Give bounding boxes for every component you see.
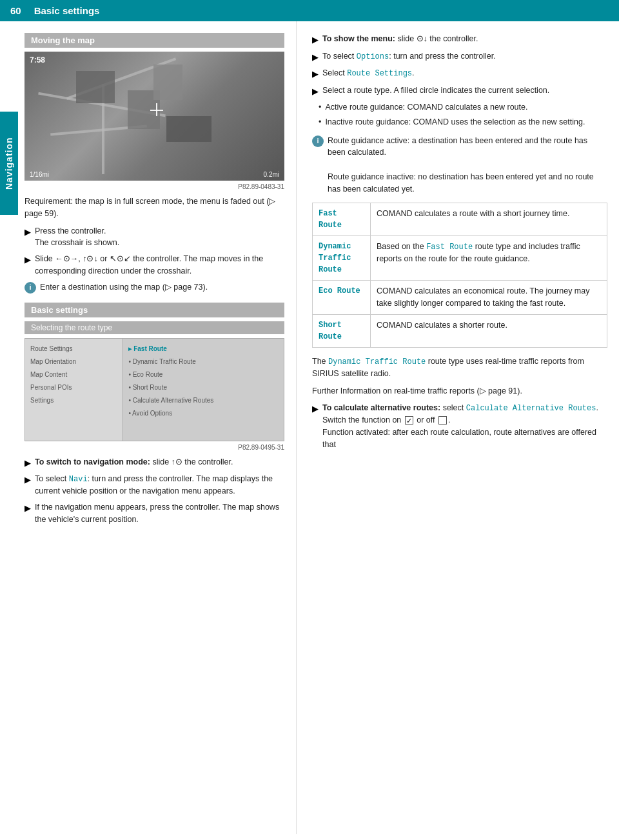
arrow-icon-8: ▶ <box>312 68 319 81</box>
arrow-icon-4: ▶ <box>25 474 31 486</box>
bullet-text-nav-menu: If the navigation menu appears, press th… <box>35 501 284 526</box>
menu-personal-pois: Personal POIs <box>28 381 120 394</box>
info-item-route-guidance: i Route guidance active: a destination h… <box>312 135 607 195</box>
bullet-select-navi: ▶ To select Navi: turn and press the con… <box>25 473 284 497</box>
menu-short-route: Short Route <box>126 381 281 394</box>
bullet-text-route-type: Select a route type. A filled circle ind… <box>322 85 549 97</box>
map-scale-left: 1/16mi <box>30 171 49 178</box>
bullet-text-select-navi: To select Navi: turn and press the contr… <box>35 473 284 497</box>
sub-section-header-route: Selecting the route type <box>25 321 284 334</box>
menu-map-content: Map Content <box>28 368 120 381</box>
bullet-text-2: Slide ←⊙→, ↑⊙↓ or ↖⊙↙ the controller. Th… <box>35 253 284 277</box>
menu-dynamic-traffic: Dynamic Traffic Route <box>126 355 281 368</box>
menu-map-orientation: Map Orientation <box>28 355 120 368</box>
menu-settings: Settings <box>28 394 120 407</box>
bullet-text-route-settings: Select Route Settings. <box>322 67 415 79</box>
sub-bullet-text-inactive: Inactive route guidance: COMAND uses the… <box>325 116 585 128</box>
screenshot-reference: P82.89-0495-31 <box>25 444 284 451</box>
table-cell-fast-desc: COMAND calculates a route with a short j… <box>371 203 607 236</box>
table-cell-short-label: ShortRoute <box>313 314 371 347</box>
section-header-basic: Basic settings <box>25 303 284 317</box>
bullet-show-menu: ▶ To show the menu: slide ⊙↓ the control… <box>312 33 607 46</box>
bullet-press-controller: ▶ Press the controller.The crosshair is … <box>25 225 284 250</box>
arrow-icon-3: ▶ <box>25 457 31 470</box>
sub-bullet-inactive: • Inactive route guidance: COMAND uses t… <box>312 116 607 128</box>
map-reference: P82.89-0483-31 <box>25 183 284 190</box>
bullet-slide: ▶ Slide ←⊙→, ↑⊙↓ or ↖⊙↙ the controller. … <box>25 253 284 277</box>
arrow-icon-7: ▶ <box>312 51 319 64</box>
checkbox-on <box>405 416 413 425</box>
table-row-eco: Eco Route COMAND calculates an economica… <box>313 281 607 315</box>
section2-container: Basic settings Selecting the route type … <box>25 303 284 526</box>
bullet-calc-alt-routes: ▶ To calculate alternative routes: selec… <box>312 402 607 450</box>
section-header-moving-map: Moving the map <box>25 33 284 48</box>
menu-route-settings: Route Settings <box>28 343 120 355</box>
route-type-table: FastRoute COMAND calculates a route with… <box>312 203 607 348</box>
dynamic-traffic-description: The Dynamic Traffic Route route type use… <box>312 355 607 380</box>
bullet-text-switch-nav: To switch to navigation mode: slide ↑⊙ t… <box>35 456 233 468</box>
table-row-fast: FastRoute COMAND calculates a route with… <box>313 203 607 236</box>
table-cell-dynamic-label: DynamicTrafficRoute <box>313 236 371 281</box>
left-column: Moving the map 7:58 1/16mi 0.2mi P <box>0 21 297 834</box>
menu-fast-route: Fast Route <box>126 343 281 355</box>
table-cell-fast-label: FastRoute <box>313 203 371 236</box>
table-cell-short-desc: COMAND calculates a shorter route. <box>371 314 607 347</box>
arrow-icon-5: ▶ <box>25 502 31 515</box>
arrow-icon-1: ▶ <box>25 226 31 239</box>
page-number: 60 <box>10 5 21 16</box>
screenshot-left-menu: Route Settings Map Orientation Map Conte… <box>25 339 123 441</box>
screenshot-right-menu: Fast Route Dynamic Traffic Route Eco Rou… <box>123 339 284 441</box>
sub-dot-2: • <box>319 116 321 128</box>
requirement-text: Requirement: the map is in full screen m… <box>25 195 284 220</box>
side-tab: Navigation <box>0 112 18 215</box>
arrow-icon-2: ▶ <box>25 254 31 266</box>
bullet-nav-menu-appears: ▶ If the navigation menu appears, press … <box>25 501 284 526</box>
bullet-text-options: To select Options: turn and press the co… <box>322 50 496 63</box>
bullet-text-1: Press the controller.The crosshair is sh… <box>35 225 119 250</box>
arrow-icon-10: ▶ <box>312 403 319 415</box>
map-scale-right: 0.2mi <box>264 171 279 178</box>
arrow-icon-9: ▶ <box>312 85 319 98</box>
main-container: Navigation Moving the map 7:58 1/16mi <box>0 21 619 834</box>
screenshot-route-type: Route Settings Map Orientation Map Conte… <box>25 338 284 441</box>
page-title: Basic settings <box>34 5 100 16</box>
menu-eco-route: Eco Route <box>126 368 281 381</box>
info-text-route-guidance: Route guidance active: a destination has… <box>328 135 607 195</box>
header-bar: 60 Basic settings <box>0 0 619 21</box>
sub-bullet-active: • Active route guidance: COMAND calculat… <box>312 101 607 114</box>
sub-bullet-text-active: Active route guidance: COMAND calculates… <box>325 101 527 114</box>
right-column: ▶ To show the menu: slide ⊙↓ the control… <box>297 21 619 834</box>
bullet-select-options: ▶ To select Options: turn and press the … <box>312 50 607 64</box>
table-cell-dynamic-desc: Based on the Fast Route route type and i… <box>371 236 607 281</box>
bullet-select-route-type: ▶ Select a route type. A filled circle i… <box>312 85 607 98</box>
bullet-select-route-settings: ▶ Select Route Settings. <box>312 67 607 81</box>
info-text-1: Enter a destination using the map (▷ pag… <box>40 281 208 294</box>
map-image: 7:58 1/16mi 0.2mi <box>25 52 284 181</box>
table-cell-eco-desc: COMAND calculates an economical route. T… <box>371 281 607 315</box>
table-row-short: ShortRoute COMAND calculates a shorter r… <box>313 314 607 347</box>
bullet-switch-nav: ▶ To switch to navigation mode: slide ↑⊙… <box>25 456 284 470</box>
arrow-icon-6: ▶ <box>312 34 319 46</box>
map-timestamp: 7:58 <box>30 55 45 65</box>
info-item-destination: i Enter a destination using the map (▷ p… <box>25 281 284 294</box>
checkbox-off <box>438 416 447 425</box>
further-info: Further Information on real-time traffic… <box>312 385 607 397</box>
menu-calc-alt: Calculate Alternative Routes <box>126 394 281 407</box>
bullet-text-show-menu: To show the menu: slide ⊙↓ the controlle… <box>322 33 478 45</box>
menu-avoid-options: Avoid Options <box>126 407 281 420</box>
table-cell-eco-label: Eco Route <box>313 281 371 315</box>
map-inner: 7:58 1/16mi 0.2mi <box>25 52 284 181</box>
table-row-dynamic: DynamicTrafficRoute Based on the Fast Ro… <box>313 236 607 281</box>
sub-dot-1: • <box>319 101 321 114</box>
info-icon-2: i <box>312 135 324 147</box>
info-icon-1: i <box>25 282 36 294</box>
bullet-text-calc-alt: To calculate alternative routes: select … <box>322 402 607 450</box>
